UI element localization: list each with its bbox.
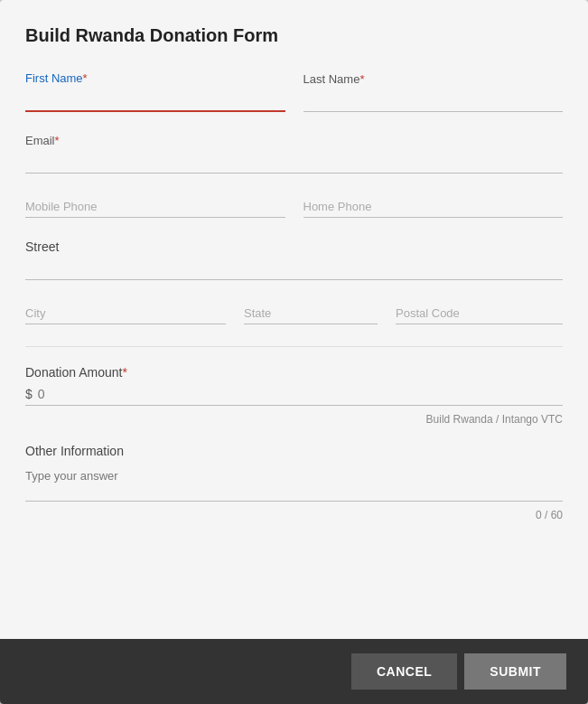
address-row — [25, 302, 563, 324]
amount-row: $ — [25, 387, 563, 406]
last-name-input[interactable] — [303, 89, 564, 112]
first-name-field: First Name* — [25, 71, 285, 112]
mobile-phone-input[interactable] — [25, 195, 285, 218]
email-field-wrapper: Email* — [25, 134, 563, 174]
postal-code-field — [396, 302, 563, 324]
modal-title: Build Rwanda Donation Form — [25, 25, 563, 46]
other-info-label: Other Information — [25, 444, 563, 458]
city-field — [25, 302, 226, 324]
street-input[interactable] — [25, 258, 563, 280]
first-name-label: First Name* — [25, 71, 285, 85]
attribution-text: Build Rwanda / Intango VTC — [25, 413, 563, 426]
modal-body: Build Rwanda Donation Form First Name* L… — [0, 0, 588, 639]
email-label: Email* — [25, 134, 563, 147]
submit-button[interactable]: SUBMIT — [464, 653, 566, 690]
street-label: Street — [25, 239, 563, 254]
state-field — [244, 302, 378, 324]
home-phone-input[interactable] — [303, 195, 564, 218]
home-phone-field — [303, 195, 564, 218]
donation-amount-input[interactable] — [38, 387, 563, 401]
donation-modal: Build Rwanda Donation Form First Name* L… — [0, 0, 588, 704]
other-info-textarea[interactable] — [25, 465, 563, 502]
other-info-section: Other Information 0 / 60 — [25, 444, 563, 521]
section-divider — [25, 346, 563, 347]
email-input[interactable] — [25, 151, 563, 174]
mobile-phone-field — [25, 195, 285, 218]
phone-row — [25, 195, 563, 218]
city-input[interactable] — [25, 302, 226, 324]
name-row: First Name* Last Name* — [25, 71, 563, 112]
currency-symbol: $ — [25, 387, 33, 401]
donation-amount-label: Donation Amount* — [25, 365, 563, 380]
street-field-wrapper: Street — [25, 239, 563, 280]
donation-section: Donation Amount* $ Build Rwanda / Intang… — [25, 365, 563, 426]
last-name-label: Last Name* — [303, 72, 564, 86]
cancel-button[interactable]: CANCEL — [351, 653, 457, 690]
char-count: 0 / 60 — [25, 509, 563, 521]
modal-footer: CANCEL SUBMIT — [0, 639, 588, 704]
last-name-field: Last Name* — [303, 72, 564, 112]
postal-code-input[interactable] — [396, 302, 563, 324]
first-name-input[interactable] — [25, 89, 285, 112]
state-input[interactable] — [244, 302, 378, 324]
